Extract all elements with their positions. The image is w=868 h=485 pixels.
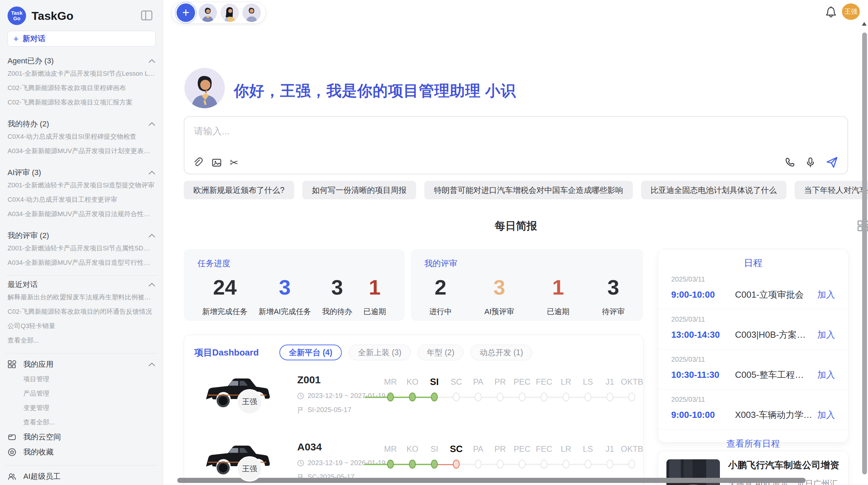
collapse-sidebar-icon[interactable]	[141, 10, 153, 21]
milestone-dot	[584, 393, 591, 401]
milestone-dot	[541, 460, 547, 469]
sidebar-item[interactable]: A034-全新新能源MUV产品开发项目造型可行性评审	[8, 256, 155, 270]
sidebar-item[interactable]: Z001-全新燃油轻卡产品开发项目SI造型提交物评审	[8, 178, 155, 192]
milestone-dot	[475, 393, 482, 401]
image-upload-icon[interactable]	[211, 157, 222, 168]
notification-bell-icon[interactable]	[825, 6, 836, 18]
view-all-recent[interactable]: 查看全部...	[8, 333, 155, 348]
sidebar-item[interactable]: C02-飞腾新能源轻客改款项目里程碑画布	[8, 81, 155, 95]
group-label: 最近对话	[8, 279, 38, 290]
chevron-up-icon	[148, 234, 155, 238]
clock-icon	[297, 460, 304, 467]
sidebar-group-recent: 最近对话 解释最新出台的欧盟报废车法规再生塑料比例被调至15%... C02-飞…	[8, 279, 155, 348]
schedule-item: 2025/03/11 13:00-14:30 C003|H0B-方案冻结评审 加…	[658, 309, 848, 349]
app-item-project-mgmt[interactable]: 项目管理	[23, 372, 155, 386]
milestone-dot-overdue	[453, 460, 460, 469]
recent-chat-item[interactable]: 解释最新出台的欧盟报废车法规再生塑料比例被调至15%...	[8, 290, 155, 304]
assistant-avatar-2[interactable]	[220, 3, 239, 22]
schedule-time: 9:00-10:00	[671, 289, 735, 300]
project-dashboard-title: 项目Dashboard	[194, 347, 259, 359]
sidebar-group-ai-review: AI评审 (3) Z001-全新燃油轻卡产品开发项目SI造型提交物评审 C0X4…	[8, 167, 155, 221]
group-header-agent-done[interactable]: Agent已办 (3)	[8, 55, 155, 66]
group-header-my-review[interactable]: 我的评审 (2)	[8, 230, 155, 241]
view-all-schedule-link[interactable]: 查看所有日程	[658, 438, 848, 450]
group-header-recent[interactable]: 最近对话	[8, 279, 155, 290]
add-assistant-button[interactable]: +	[177, 3, 195, 22]
vertical-scrollbar[interactable]	[862, 33, 867, 474]
scroll-up-arrow[interactable]	[862, 22, 867, 26]
suggestion-chip[interactable]: 比亚迪全固态电池计划具体说了什么	[641, 181, 786, 199]
new-chat-label: 新对话	[23, 34, 45, 44]
horizontal-scrollbar[interactable]	[177, 478, 806, 483]
divider	[5, 353, 157, 353]
schedule-name: C003|H0B-方案冻结评审	[735, 329, 812, 341]
suggestion-chip[interactable]: 欧洲新规最近颁布了什么?	[184, 181, 294, 199]
assistant-switcher: +	[171, 2, 266, 24]
sidebar-item-cloud-space[interactable]: 我的云空间	[8, 430, 155, 445]
join-meeting-link[interactable]: 加入	[817, 369, 835, 381]
new-chat-button[interactable]: + 新对话	[8, 31, 156, 47]
sidebar-item[interactable]: A034-全新新能源MUV产品开发项目法规符合性评审	[8, 207, 155, 221]
paperclip-icon[interactable]	[193, 157, 204, 168]
sidebar-item-my-apps[interactable]: 我的应用	[8, 357, 155, 372]
assistant-avatar-1[interactable]	[198, 3, 217, 22]
sidebar-item[interactable]: C0X4-动力总成开发项目SI里程碑提交物检查	[8, 129, 155, 144]
send-icon[interactable]	[825, 156, 839, 169]
project-owner-badge: 王强	[237, 389, 262, 414]
microphone-icon[interactable]	[805, 157, 816, 168]
join-meeting-link[interactable]: 加入	[817, 289, 835, 301]
group-header-ai-review[interactable]: AI评审 (3)	[8, 167, 155, 178]
my-apps-label: 我的应用	[23, 359, 148, 370]
cloud-space-label: 我的云空间	[23, 432, 155, 442]
greeting-text: 你好，王强，我是你的项目管理助理 小识	[234, 81, 516, 101]
flag-icon	[297, 407, 304, 413]
composer-send-tools	[784, 156, 839, 169]
tab-new-body[interactable]: 全新上装 (3)	[349, 345, 411, 360]
schedule-date: 2025/03/11	[671, 396, 835, 403]
sidebar-item[interactable]: Z001-全新燃油皮卡产品开发项目SI节点Lesson Learn报告	[8, 66, 155, 81]
app-item-product-mgmt[interactable]: 产品管理	[23, 386, 155, 401]
view-all-apps[interactable]: 查看全部...	[23, 415, 155, 430]
milestone-track: MR KO SI SC PA PR PEC FEC LR LS J1 OKTB	[379, 376, 643, 401]
chat-input[interactable]	[194, 125, 838, 148]
group-label: 我的评审 (2)	[8, 231, 49, 241]
phone-call-icon[interactable]	[784, 157, 795, 168]
app-root: Task Go TaskGo + 新对话 Agent已办 (3) Z001-全新…	[0, 0, 868, 485]
app-item-change-mgmt[interactable]: 变更管理	[23, 401, 155, 415]
plus-icon: +	[13, 34, 19, 43]
stat-my-todo: 3 我的待办	[322, 275, 352, 317]
screenshot-scissors-icon[interactable]: ✂	[230, 158, 238, 168]
join-meeting-link[interactable]: 加入	[817, 409, 835, 421]
recent-chat-item[interactable]: 公司Q3轻卡销量	[8, 319, 155, 333]
group-header-my-todo[interactable]: 我的待办 (2)	[8, 119, 155, 129]
divider	[5, 275, 157, 276]
logo-text-bottom: Go	[13, 16, 21, 21]
sidebar-item[interactable]: A034-全新新能源MUV产品开发项目计划变更表编写	[8, 144, 155, 158]
assistant-avatar-3[interactable]	[242, 3, 261, 22]
people-icon	[8, 472, 16, 481]
tab-model-year[interactable]: 年型 (2)	[418, 345, 464, 360]
sidebar-item[interactable]: Z001-全新燃油轻卡产品开发项目SI节点属性5D文件评审	[8, 241, 155, 256]
tab-powertrain[interactable]: 动总开发 (1)	[470, 345, 532, 360]
milestone-dot	[519, 460, 526, 469]
schedule-date: 2025/03/11	[671, 275, 835, 283]
sidebar: Task Go TaskGo + 新对话 Agent已办 (3) Z001-全新…	[0, 0, 163, 485]
suggestion-chip[interactable]: 特朗普可能对进口汽车增税会对中国车企造成哪些影响	[424, 181, 633, 199]
project-row-z001[interactable]: 王强 Z001 2023-12-19 ~ 2027-01-19 SI-2025-…	[194, 373, 633, 427]
tab-new-platform[interactable]: 全新平台 (4)	[279, 345, 342, 360]
clock-icon	[297, 393, 304, 399]
suggestion-chip[interactable]: 当下年轻人对汽车外观有怎样的喜好趋势	[795, 181, 868, 199]
milestone-dot	[628, 460, 635, 469]
user-avatar[interactable]: 王强	[842, 3, 860, 20]
sidebar-group-agent-done: Agent已办 (3) Z001-全新燃油皮卡产品开发项目SI节点Lesson …	[8, 55, 155, 110]
composer-attachment-tools: ✂	[193, 157, 238, 168]
sidebar-item-ai-super-staff[interactable]: AI超级员工	[8, 469, 155, 484]
sidebar-item-favorites[interactable]: 我的收藏	[8, 445, 155, 460]
join-meeting-link[interactable]: 加入	[817, 329, 835, 341]
project-owner-badge: 王强	[237, 456, 262, 482]
logo-text-top: Task	[11, 10, 22, 16]
sidebar-item[interactable]: C0X4-动力总成开发项目工程变更评审	[8, 192, 155, 207]
sidebar-item[interactable]: C02-飞腾新能源轻客改款项目立项汇报方案	[8, 95, 155, 110]
suggestion-chip[interactable]: 如何写一份清晰的项目周报	[302, 181, 416, 199]
recent-chat-item[interactable]: C02-飞腾新能源轻客改款项目的闭环通告反馈情况	[8, 304, 155, 319]
